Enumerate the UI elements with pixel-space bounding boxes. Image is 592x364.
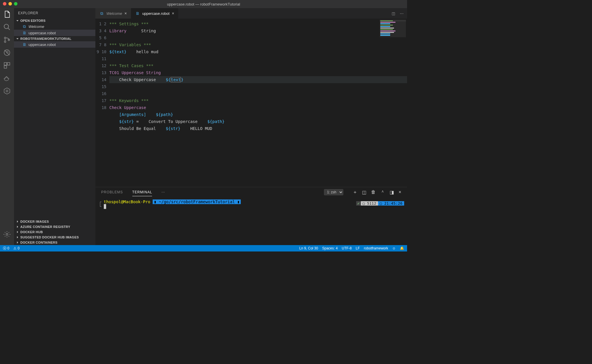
explorer-icon[interactable] xyxy=(3,10,11,18)
chevron-down-icon xyxy=(16,19,19,22)
code-token: String xyxy=(141,28,156,33)
docker-icon[interactable] xyxy=(3,74,11,82)
tab-bar: ⧉ Welcome × 🗎 uppercase.robot × ◫ ⋯ xyxy=(95,8,407,19)
panel: PROBLEMS TERMINAL ⋯ 1: zsh ＋ ◫ 🗑 ＾ ◨ × ┌… xyxy=(95,187,407,245)
tab-label: uppercase.robot xyxy=(142,11,170,16)
workspace-file[interactable]: 🗎 uppercase.robot xyxy=(14,41,95,48)
toggle-panel-icon[interactable]: ◨ xyxy=(390,190,394,195)
code-token: Should Be Equal xyxy=(119,126,156,131)
code-token: *** Keywords *** xyxy=(109,98,149,103)
status-errors[interactable]: ⓧ 0 xyxy=(3,246,9,251)
file-icon: 🗎 xyxy=(22,42,27,47)
sidebar-bottom-sections: DOCKER IMAGES AZURE CONTAINER REGISTRY D… xyxy=(14,219,95,245)
docker-images-section[interactable]: DOCKER IMAGES xyxy=(14,219,95,224)
panel-tab-problems[interactable]: PROBLEMS xyxy=(101,190,123,194)
section-label: DOCKER CONTAINERS xyxy=(20,241,58,244)
split-editor-icon[interactable]: ◫ xyxy=(392,11,395,16)
suggested-images-section[interactable]: SUGGESTED DOCKER HUB IMAGES xyxy=(14,235,95,240)
docker-hub-section[interactable]: DOCKER HUB xyxy=(14,229,95,235)
tab-label: Welcome xyxy=(106,11,122,16)
maximize-window[interactable] xyxy=(14,2,17,6)
svg-point-1 xyxy=(4,37,6,39)
minimap[interactable] xyxy=(380,20,406,37)
tab-welcome[interactable]: ⧉ Welcome × xyxy=(95,8,131,19)
workspace-header[interactable]: ROBOTFRAMEWORKTUTORIAL xyxy=(14,36,95,41)
sidebar: EXPLORER OPEN EDITORS ⧉ Welcome 🗎 upperc… xyxy=(14,8,95,245)
panel-more-icon[interactable]: ⋯ xyxy=(161,190,165,194)
status-encoding[interactable]: UTF-8 xyxy=(342,246,352,250)
status-warnings[interactable]: ⚠ 0 xyxy=(13,246,19,250)
status-feedback-icon[interactable]: ☺ xyxy=(392,246,396,250)
code-area[interactable]: 1 2 3 4 5 6 7 8 9 10 11 12 13 14 15 16 1… xyxy=(95,19,407,187)
code-token: Convert To Uppercase xyxy=(149,119,198,124)
code-token: ${path} xyxy=(156,112,173,117)
chevron-right-icon xyxy=(16,225,19,229)
kill-terminal-icon[interactable]: 🗑 xyxy=(371,190,376,195)
svg-rect-7 xyxy=(4,66,7,68)
open-editors-header[interactable]: OPEN EDITORS xyxy=(14,18,95,23)
close-panel-icon[interactable]: × xyxy=(399,190,401,195)
svg-point-10 xyxy=(6,233,8,235)
code-token: = xyxy=(134,119,139,124)
settings-gear-icon[interactable] xyxy=(3,231,11,238)
chevron-down-icon xyxy=(16,37,19,40)
section-label: AZURE CONTAINER REGISTRY xyxy=(20,225,70,229)
max-panel-icon[interactable]: ＾ xyxy=(380,189,385,195)
open-editor-welcome[interactable]: ⧉ Welcome xyxy=(14,23,95,30)
close-window[interactable] xyxy=(3,2,6,6)
svg-rect-6 xyxy=(7,63,10,65)
section-label: DOCKER HUB xyxy=(20,230,43,234)
split-terminal-icon[interactable]: ◫ xyxy=(362,190,366,195)
status-bell-icon[interactable]: 🔔 xyxy=(400,246,404,250)
debug-icon[interactable] xyxy=(3,49,11,56)
chevron-right-icon xyxy=(16,220,19,223)
panel-actions: ＋ ◫ 🗑 ＾ ◨ × xyxy=(353,189,401,195)
status-indent[interactable]: Spaces: 4 xyxy=(322,246,338,250)
terminal[interactable]: ┌ thospol@MacBook-Pro ▮ ~/go/src/robotFr… xyxy=(95,197,407,245)
section-label: SUGGESTED DOCKER HUB IMAGES xyxy=(20,235,79,239)
code-token: *** Variables *** xyxy=(109,42,151,47)
azure-registry-section[interactable]: AZURE CONTAINER REGISTRY xyxy=(14,224,95,229)
extensions-icon[interactable] xyxy=(3,62,11,69)
open-editor-file-label: uppercase.robot xyxy=(28,31,56,35)
terminal-status-right: ✓ ▢ 5112▢ 21:45:26 xyxy=(356,201,404,206)
open-editors-label: OPEN EDITORS xyxy=(20,19,46,22)
close-tab-icon[interactable]: × xyxy=(172,11,174,16)
terminal-right-time: ▢ 21:45:26 xyxy=(378,201,404,206)
minimize-window[interactable] xyxy=(8,2,12,6)
svg-point-0 xyxy=(4,24,8,28)
vscode-icon: ⧉ xyxy=(99,11,104,16)
code-token: Check Uppercase xyxy=(119,77,156,82)
code-token: Library xyxy=(109,28,126,33)
code-token: hello mud xyxy=(136,49,158,54)
vscode-icon: ⧉ xyxy=(22,24,27,29)
tab-actions: ◫ ⋯ xyxy=(388,8,407,19)
code-content[interactable]: *** Settings *** Library String *** Vari… xyxy=(109,19,407,187)
titlebar: uppercase.robot — robotFrameworkTutorial xyxy=(0,0,407,8)
terminal-path: ▮ ~/go/src/robotFrameworkTutorial ▮ xyxy=(153,199,241,204)
close-tab-icon[interactable]: × xyxy=(124,11,127,16)
search-icon[interactable] xyxy=(3,23,11,31)
chevron-right-icon xyxy=(16,241,19,244)
panel-tabs: PROBLEMS TERMINAL ⋯ 1: zsh ＋ ◫ 🗑 ＾ ◨ × xyxy=(95,187,407,197)
status-eol[interactable]: LF xyxy=(356,246,360,250)
more-actions-icon[interactable]: ⋯ xyxy=(400,11,404,16)
svg-point-2 xyxy=(4,41,6,42)
new-terminal-icon[interactable]: ＋ xyxy=(353,189,357,195)
file-icon: 🗎 xyxy=(22,31,27,35)
open-editor-file[interactable]: 🗎 uppercase.robot xyxy=(14,30,95,36)
panel-tab-terminal[interactable]: TERMINAL xyxy=(132,190,152,196)
terminal-select[interactable]: 1: zsh xyxy=(324,189,343,195)
docker-containers-section[interactable]: DOCKER CONTAINERS xyxy=(14,240,95,245)
source-control-icon[interactable] xyxy=(3,36,11,44)
editor-area: ⧉ Welcome × 🗎 uppercase.robot × ◫ ⋯ 1 2 … xyxy=(95,8,407,245)
status-cursor-pos[interactable]: Ln 9, Col 30 xyxy=(299,246,318,250)
svg-rect-5 xyxy=(4,63,7,65)
code-token: ${text} xyxy=(109,49,126,54)
code-token: text xyxy=(171,77,181,82)
tab-file[interactable]: 🗎 uppercase.robot × xyxy=(131,8,179,19)
code-token: ${path} xyxy=(207,119,224,124)
status-language[interactable]: robotframework xyxy=(364,246,388,250)
kubernetes-icon[interactable] xyxy=(3,87,11,95)
file-icon: 🗎 xyxy=(135,11,140,16)
